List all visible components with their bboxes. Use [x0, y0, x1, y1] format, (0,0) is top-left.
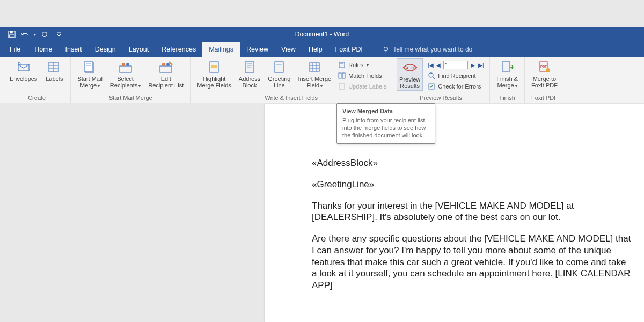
insert-field-icon — [306, 60, 323, 75]
tab-home[interactable]: Home — [28, 42, 58, 57]
greeting-icon — [271, 60, 287, 75]
svg-point-21 — [162, 63, 165, 66]
check-errors-button[interactable]: Check for Errors — [426, 81, 485, 92]
svg-rect-46 — [502, 62, 510, 71]
last-record-icon[interactable]: ▶| — [478, 62, 484, 68]
tab-insert[interactable]: Insert — [59, 42, 89, 57]
group-foxit-label: Foxit PDF — [529, 94, 560, 101]
rules-icon — [338, 61, 346, 69]
edit-recipient-list-button[interactable]: EditRecipient List — [146, 58, 186, 90]
document-page[interactable]: «AddressBlock» «GreetingLine» Thanks for… — [265, 104, 644, 322]
undo-icon[interactable] — [20, 31, 29, 38]
svg-text:ABC: ABC — [406, 66, 414, 70]
svg-rect-38 — [339, 73, 341, 78]
titlebar: ▾ Document1 - Word — [0, 27, 644, 42]
svg-rect-17 — [120, 66, 131, 72]
tab-mailings[interactable]: Mailings — [202, 42, 240, 57]
svg-line-44 — [433, 77, 435, 79]
prev-record-icon[interactable]: ◀ — [435, 62, 442, 68]
redo-icon[interactable] — [41, 31, 48, 38]
finish-merge-button[interactable]: Finish &Merge▾ — [494, 58, 520, 91]
svg-rect-29 — [275, 62, 283, 72]
tell-me-text: Tell me what you want to do — [393, 46, 472, 53]
select-recipients-button[interactable]: SelectRecipients▾ — [108, 58, 143, 91]
tab-references[interactable]: References — [155, 42, 202, 57]
group-preview-results: ABC PreviewResults |◀ ◀ ▶ ▶| Find Recipi… — [392, 57, 490, 103]
finish-merge-icon — [499, 60, 515, 75]
update-labels-button: Update Labels — [336, 81, 387, 92]
svg-rect-36 — [339, 62, 345, 68]
write-small-buttons: Rules▾ Match Fields Update Labels — [336, 58, 387, 92]
svg-rect-40 — [339, 84, 345, 89]
tab-file[interactable]: File — [5, 42, 28, 57]
svg-point-18 — [122, 63, 125, 66]
svg-point-19 — [126, 63, 129, 66]
svg-point-5 — [384, 47, 388, 51]
group-start-mail-merge: Start MailMerge▾ SelectRecipients▾ EditR… — [71, 57, 191, 103]
merge-to-foxit-button[interactable]: PDF Merge toFoxit PDF — [529, 58, 560, 90]
group-finish-label: Finish — [494, 94, 520, 101]
tab-layout[interactable]: Layout — [122, 42, 156, 57]
foxit-pdf-icon: PDF — [536, 60, 552, 75]
tab-view[interactable]: View — [275, 42, 302, 57]
field-address-block: «AddressBlock» — [312, 157, 633, 169]
first-record-icon[interactable]: |◀ — [427, 62, 434, 68]
group-create-label: Create — [8, 94, 66, 101]
address-block-button[interactable]: AddressBlock — [237, 58, 262, 90]
group-start-label: Start Mail Merge — [75, 94, 186, 101]
svg-rect-20 — [160, 66, 172, 72]
group-write-insert: HighlightMerge Fields AddressBlock Greet… — [191, 57, 392, 103]
update-labels-icon — [338, 82, 346, 91]
greeting-line-button[interactable]: GreetingLine — [266, 58, 292, 90]
svg-rect-39 — [342, 73, 345, 78]
record-number-input[interactable] — [443, 61, 468, 69]
group-write-label: Write & Insert Fields — [195, 94, 387, 101]
preview-results-icon: ABC — [402, 60, 418, 75]
svg-rect-24 — [211, 65, 217, 68]
svg-point-22 — [166, 63, 170, 66]
envelopes-button[interactable]: Envelopes — [8, 58, 39, 83]
match-fields-button[interactable]: Match Fields — [336, 70, 387, 81]
svg-point-43 — [429, 73, 433, 77]
tab-foxit[interactable]: Foxit PDF — [329, 42, 372, 57]
body-paragraph-1: Thanks for your interest in the [VEHICLE… — [312, 200, 633, 224]
svg-text:PDF: PDF — [540, 65, 547, 68]
group-foxit: PDF Merge toFoxit PDF Foxit PDF — [525, 57, 564, 103]
svg-rect-31 — [310, 63, 319, 71]
find-recipient-icon — [427, 71, 436, 80]
highlight-merge-fields-button[interactable]: HighlightMerge Fields — [195, 58, 233, 90]
next-record-icon[interactable]: ▶ — [470, 62, 476, 68]
select-recipients-icon — [118, 60, 134, 75]
edit-recipients-icon — [158, 60, 174, 75]
group-finish: Finish &Merge▾ Finish — [490, 57, 525, 103]
rules-button[interactable]: Rules▾ — [336, 60, 387, 70]
undo-dropdown-icon[interactable]: ▾ — [34, 32, 36, 37]
labels-button[interactable]: Labels — [42, 58, 66, 83]
tab-review[interactable]: Review — [240, 42, 275, 57]
labels-icon — [46, 60, 62, 75]
match-icon — [338, 71, 346, 80]
find-recipient-button[interactable]: Find Recipient — [426, 70, 485, 81]
customize-qat-icon[interactable] — [56, 32, 62, 37]
tab-design[interactable]: Design — [89, 42, 122, 57]
tab-help[interactable]: Help — [302, 42, 329, 57]
start-mail-merge-button[interactable]: Start MailMerge▾ — [75, 58, 104, 91]
field-greeting-line: «GreetingLine» — [312, 179, 633, 191]
tooltip-view-merged-data: View Merged Data Plug info from your rec… — [336, 103, 435, 144]
tabs-row: File Home Insert Design Layout Reference… — [0, 42, 644, 57]
bulb-icon — [382, 46, 390, 53]
group-preview-label: Preview Results — [397, 94, 485, 101]
window-title: Document1 - Word — [295, 31, 349, 38]
svg-rect-2 — [10, 35, 14, 37]
app-frame: ▾ Document1 - Word File Home Insert Desi… — [0, 0, 644, 322]
insert-merge-field-button[interactable]: Insert MergeField▾ — [296, 58, 333, 91]
start-merge-icon — [82, 60, 98, 75]
svg-rect-14 — [84, 62, 93, 71]
save-icon[interactable] — [8, 31, 16, 38]
body-paragraph-2: Are there any specific questions about t… — [312, 233, 633, 291]
envelope-icon — [16, 60, 32, 75]
check-errors-icon — [427, 82, 436, 91]
tell-me[interactable]: Tell me what you want to do — [382, 42, 472, 57]
preview-results-button[interactable]: ABC PreviewResults — [397, 58, 423, 91]
group-create: Envelopes Labels Create — [3, 57, 71, 103]
